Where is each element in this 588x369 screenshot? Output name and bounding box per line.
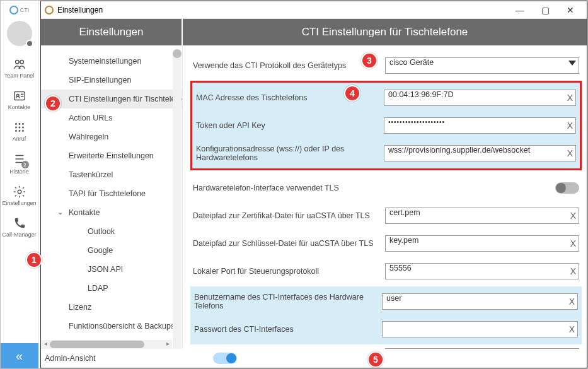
cti-pass-input[interactable]: X <box>382 321 578 337</box>
nav-action-urls[interactable]: Action URLs <box>41 108 182 127</box>
nav-license[interactable]: Lizenz <box>41 298 182 317</box>
svg-point-9 <box>22 127 24 129</box>
nav-sip[interactable]: SIP-Einstellungen <box>41 71 182 90</box>
clear-icon[interactable]: X <box>569 295 575 308</box>
svg-point-0 <box>15 61 18 64</box>
form-header: CTI Einstellungen für Tischtelefone <box>183 19 587 45</box>
settings-form: Verwende das CTI Protokoll des Gerätetyp… <box>183 45 587 349</box>
highlighted-group: MAC Adresse des Tischtelefons 00:04:13:9… <box>190 81 582 170</box>
window-titlebar: Einstellungen — ▢ ✕ <box>41 1 587 19</box>
app-rail: CTI Team Panel Kontakte Anruf 2 Historie <box>1 1 38 368</box>
gear-icon <box>13 185 26 199</box>
clear-icon[interactable]: X <box>569 323 575 336</box>
rail-history[interactable]: 2 Historie <box>1 147 38 180</box>
admin-view-toggle[interactable] <box>213 353 237 364</box>
protocol-select[interactable]: cisco Geräte <box>385 57 579 74</box>
settings-nav: Systemeinstellungen SIP-Einstellungen CT… <box>41 45 183 349</box>
token-label: Token oder API Key <box>196 121 378 130</box>
tls-toggle[interactable] <box>555 182 579 194</box>
rail-settings[interactable]: Einstellungen <box>1 180 38 211</box>
nav-tapi[interactable]: TAPI für Tischtelefone <box>41 184 182 203</box>
svg-point-5 <box>18 123 20 125</box>
clear-icon[interactable]: X <box>567 119 573 132</box>
nav-header: Einstellungen <box>41 19 183 45</box>
rail-call[interactable]: Anruf <box>1 115 38 147</box>
cert-label: Dateipfad zur Zertifikat-Datei für uaCST… <box>193 211 379 220</box>
mac-label: MAC Adresse des Tischtelefons <box>196 93 378 102</box>
caret-down-icon <box>568 61 576 66</box>
svg-point-4 <box>15 123 17 125</box>
chevron-left-icon: « <box>16 349 23 363</box>
rail-contacts[interactable]: Kontakte <box>1 84 38 115</box>
nav-contacts-outlook[interactable]: Outlook <box>41 222 182 241</box>
nav-advanced[interactable]: Erweiterte Einstellungen <box>41 146 182 165</box>
key-label: Dateipfad zur Schlüssel-Datei für uaCSTA… <box>193 239 379 248</box>
nav-contacts-google[interactable]: Google <box>41 241 182 260</box>
clear-icon[interactable]: X <box>570 209 576 222</box>
tls-label: Hardwaretelefon-Interface verwendet TLS <box>193 184 379 192</box>
nav-contacts-ldap[interactable]: LDAP <box>41 279 182 298</box>
history-badge: 2 <box>21 161 29 168</box>
admin-view-label: Admin-Ansicht <box>45 354 96 363</box>
panel-headers: Einstellungen CTI Einstellungen für Tisc… <box>41 19 587 45</box>
nav-scrollbar[interactable] <box>173 49 182 349</box>
svg-point-13 <box>18 190 21 194</box>
dialpad-icon <box>13 120 26 134</box>
svg-rect-2 <box>14 92 25 100</box>
brand-label: CTI <box>20 7 30 13</box>
token-input[interactable]: •••••••••••••••••••• X <box>384 117 576 134</box>
cti-pass-label: Passwort des CTI-Interfaces <box>194 325 376 334</box>
mac-input[interactable]: 00:04:13:96:9F:7D X <box>384 90 576 106</box>
team-icon <box>13 57 26 71</box>
key-input[interactable]: key.pem X <box>385 235 579 252</box>
port-label: Lokaler Port für Steuerungsprotokoll <box>193 267 379 276</box>
nav-cti-deskphone[interactable]: CTI Einstellungen für Tischtelefone <box>41 90 182 108</box>
port-input[interactable]: 55556 X <box>385 263 579 279</box>
clear-icon[interactable]: X <box>567 147 573 160</box>
contact-card-icon <box>13 89 26 103</box>
nav-hscroll[interactable]: ◂ ▸ <box>41 340 172 349</box>
nav-contacts-json[interactable]: JSON API <box>41 260 182 279</box>
nav-features-backup[interactable]: Funktionsübersicht & Backups <box>41 317 182 336</box>
config-addr-input[interactable]: wss://provisioning.supplier.de/websocket… <box>384 145 576 161</box>
svg-point-8 <box>18 127 20 129</box>
settings-window: Einstellungen — ▢ ✕ Einstellungen CTI Ei… <box>40 1 587 368</box>
phone-icon <box>13 216 26 230</box>
svg-point-12 <box>22 130 24 132</box>
svg-point-6 <box>22 123 24 125</box>
nav-dial-rules[interactable]: Wählregeln <box>41 127 182 146</box>
svg-point-1 <box>20 61 23 64</box>
brand-icon <box>9 6 18 15</box>
brand: CTI <box>9 6 30 15</box>
clear-icon[interactable]: X <box>570 237 576 250</box>
app-icon <box>45 6 54 15</box>
svg-point-11 <box>18 130 20 132</box>
nav-system[interactable]: Systemeinstellungen <box>41 52 182 71</box>
config-addr-label: Konfigurationsadresse (wss://) oder IP d… <box>196 144 378 162</box>
clear-icon[interactable]: X <box>570 265 576 278</box>
window-close[interactable]: ✕ <box>558 5 583 15</box>
svg-point-10 <box>15 130 17 132</box>
rail-call-manager[interactable]: Call-Manager <box>1 211 38 243</box>
svg-point-7 <box>15 127 17 129</box>
settings-footer: Admin-Ansicht <box>41 349 587 368</box>
presence-indicator <box>26 40 33 47</box>
avatar[interactable] <box>7 21 32 46</box>
cti-user-label: Benutzername des CTI-Interfaces des Hard… <box>194 293 376 310</box>
nav-shortcuts[interactable]: Tastenkürzel <box>41 165 182 184</box>
window-maximize[interactable]: ▢ <box>533 5 558 15</box>
window-minimize[interactable]: — <box>507 5 533 15</box>
cti-user-input[interactable]: user X <box>382 293 578 310</box>
nav-contacts[interactable]: ⌄ Kontakte <box>41 203 182 222</box>
rail-collapse[interactable]: « <box>1 343 38 368</box>
cert-input[interactable]: cert.pem X <box>385 208 579 224</box>
window-title: Einstellungen <box>57 6 103 15</box>
clear-icon[interactable]: X <box>567 91 573 104</box>
protocol-label: Verwende das CTI Protokoll des Gerätetyp… <box>193 61 379 70</box>
chevron-down-icon: ⌄ <box>57 208 63 216</box>
rail-team-panel[interactable]: Team Panel <box>1 52 38 84</box>
credentials-group: Benutzername des CTI-Interfaces des Hard… <box>190 286 582 344</box>
